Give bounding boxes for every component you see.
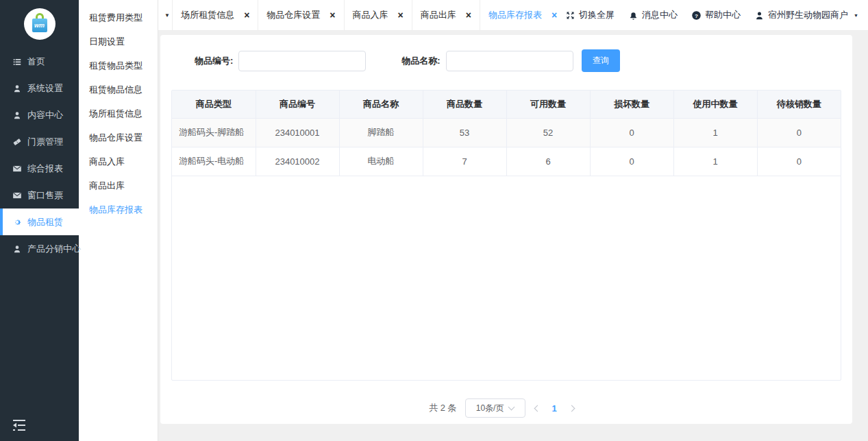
tab-inventory-report[interactable]: 物品库存报表 × xyxy=(480,0,565,31)
sidebar-item-reports[interactable]: 综合报表 xyxy=(0,155,79,182)
table-row[interactable]: 游船码头-脚踏船 234010001 脚踏船 53 52 0 1 0 xyxy=(172,118,841,147)
fullscreen-icon xyxy=(565,10,575,21)
sidebar-item-system-settings[interactable]: 系统设置 xyxy=(0,75,79,102)
page-number-1[interactable]: 1 xyxy=(549,403,560,414)
submenu-item-rental-item-info[interactable]: 租赁物品信息 xyxy=(79,78,158,102)
tab-venue-rental-info[interactable]: 场所租赁信息 × xyxy=(172,0,258,31)
sidebar-item-window-ticketing[interactable]: 窗口售票 xyxy=(0,182,79,208)
col-header-product-type: 商品类型 xyxy=(172,91,256,118)
tab-goods-outbound[interactable]: 商品出库 × xyxy=(412,0,480,31)
user-name-label: 宿州野生动物园商户 xyxy=(768,9,848,21)
submenu-item-goods-inbound[interactable]: 商品入库 xyxy=(79,150,158,174)
page-size-select[interactable]: 10条/页 xyxy=(465,398,525,418)
prev-page-button[interactable] xyxy=(532,406,543,411)
tab-goods-inbound[interactable]: 商品入库 × xyxy=(344,0,412,31)
tab-list-dropdown-button[interactable]: ▼ xyxy=(162,12,172,19)
help-center-button[interactable]: ? 帮助中心 xyxy=(691,9,741,21)
submenu-item-rental-item-type[interactable]: 租赁物品类型 xyxy=(79,53,158,78)
submenu-label: 物品库存报表 xyxy=(89,204,142,216)
cell-available-qty: 52 xyxy=(506,118,590,147)
submenu-item-inventory-report[interactable]: 物品库存报表 xyxy=(79,198,158,222)
cell-pending-writeoff-qty: 0 xyxy=(757,118,841,147)
page-size-value: 10条/页 xyxy=(476,403,504,414)
submenu-label: 商品出库 xyxy=(89,180,125,192)
sidebar-item-item-rental[interactable]: 物品租赁 xyxy=(0,208,79,235)
cell-available-qty: 6 xyxy=(506,147,590,176)
next-page-button[interactable] xyxy=(567,406,577,411)
submenu-label: 租赁物品类型 xyxy=(89,60,142,72)
close-icon[interactable]: × xyxy=(398,10,404,20)
submenu-label: 租赁费用类型 xyxy=(89,12,142,24)
sidebar-item-label: 内容中心 xyxy=(27,109,63,121)
tab-warehouse-settings[interactable]: 物品仓库设置 × xyxy=(258,0,343,31)
fullscreen-label: 切换全屏 xyxy=(579,9,615,21)
submenu-label: 商品入库 xyxy=(89,156,125,168)
close-icon[interactable]: × xyxy=(244,10,249,20)
cell-in-use-qty: 1 xyxy=(673,147,757,176)
sidebar-item-distribution-center[interactable]: 产品分销中心 xyxy=(0,235,79,262)
home-list-icon xyxy=(12,57,22,67)
item-name-input[interactable] xyxy=(446,51,573,71)
col-header-damaged-qty: 损坏数量 xyxy=(590,91,673,118)
message-center-button[interactable]: 消息中心 xyxy=(628,9,678,21)
cell-product-qty: 53 xyxy=(423,118,506,147)
tab-label: 物品仓库设置 xyxy=(266,9,320,21)
envelope-icon xyxy=(12,191,22,200)
submenu-item-date-settings[interactable]: 日期设置 xyxy=(79,29,158,53)
close-icon[interactable]: × xyxy=(551,10,557,20)
col-header-in-use-qty: 使用中数量 xyxy=(673,91,757,118)
submenu-item-goods-outbound[interactable]: 商品出库 xyxy=(79,174,158,198)
submenu-item-warehouse-settings[interactable]: 物品仓库设置 xyxy=(79,126,158,150)
col-header-product-qty: 商品数量 xyxy=(423,91,506,118)
sidebar-item-label: 系统设置 xyxy=(27,82,63,95)
table-header-row: 商品类型 商品编号 商品名称 商品数量 可用数量 损坏数量 使用中数量 待核销数… xyxy=(172,91,841,118)
help-center-label: 帮助中心 xyxy=(705,9,741,21)
collapse-sidebar-button[interactable] xyxy=(7,415,32,436)
collapse-menu-icon xyxy=(10,417,28,433)
submenu-item-rental-fee-type[interactable]: 租赁费用类型 xyxy=(79,5,158,29)
primary-sidebar: wm 首页 系统设置 内容中心 门票管理 综合报表 窗口售票 物品租赁 产品分销… xyxy=(0,0,79,441)
app-logo: wm xyxy=(0,0,79,48)
sidebar-item-home[interactable]: 首页 xyxy=(0,48,79,75)
query-button[interactable]: 查询 xyxy=(582,49,620,72)
tab-label: 场所租赁信息 xyxy=(181,9,234,21)
cell-product-name: 电动船 xyxy=(339,147,423,176)
cell-product-code: 234010002 xyxy=(256,147,339,176)
col-header-product-name: 商品名称 xyxy=(339,91,423,118)
secondary-sidebar: 租赁费用类型 日期设置 租赁物品类型 租赁物品信息 场所租赁信息 物品仓库设置 … xyxy=(79,0,158,441)
col-header-available-qty: 可用数量 xyxy=(506,91,590,118)
tab-bar: ▼ 场所租赁信息 × 物品仓库设置 × 商品入库 × 商品出库 × 物品库存报表… xyxy=(158,0,868,31)
cell-product-code: 234010001 xyxy=(256,118,339,147)
col-header-product-code: 商品编号 xyxy=(256,91,339,118)
sidebar-item-ticket-management[interactable]: 门票管理 xyxy=(0,128,79,155)
message-center-label: 消息中心 xyxy=(642,9,678,21)
user-icon xyxy=(754,10,765,21)
close-icon[interactable]: × xyxy=(466,10,471,20)
fullscreen-toggle[interactable]: 切换全屏 xyxy=(565,9,615,21)
tab-label: 商品入库 xyxy=(353,9,388,21)
item-code-input[interactable] xyxy=(238,51,366,71)
inventory-table: 商品类型 商品编号 商品名称 商品数量 可用数量 损坏数量 使用中数量 待核销数… xyxy=(171,90,841,381)
submenu-item-venue-rental-info[interactable]: 场所租赁信息 xyxy=(79,102,158,126)
close-icon[interactable]: × xyxy=(330,10,335,20)
user-menu[interactable]: 宿州野生动物园商户 ▼ xyxy=(754,9,858,21)
logo-circle-icon: wm xyxy=(24,8,55,40)
logo-brand-text: wm xyxy=(34,22,45,29)
ticket-icon xyxy=(12,137,22,147)
sidebar-item-label: 首页 xyxy=(27,56,45,68)
bell-icon xyxy=(628,10,638,21)
chevron-down-icon xyxy=(508,404,515,411)
user-icon xyxy=(12,244,22,254)
table-row[interactable]: 游船码头-电动船 234010002 电动船 7 6 0 1 0 xyxy=(172,147,841,176)
shopping-bag-icon: wm xyxy=(32,19,47,32)
col-header-pending-writeoff-qty: 待核销数量 xyxy=(757,91,841,118)
cell-product-type: 游船码头-脚踏船 xyxy=(172,118,256,147)
sidebar-item-content-center[interactable]: 内容中心 xyxy=(0,102,79,128)
chevron-right-icon xyxy=(568,405,575,412)
cell-product-name: 脚踏船 xyxy=(339,118,423,147)
tab-label: 商品出库 xyxy=(421,9,456,21)
cell-damaged-qty: 0 xyxy=(590,147,673,176)
sidebar-item-label: 窗口售票 xyxy=(27,189,63,202)
submenu-label: 租赁物品信息 xyxy=(89,84,142,96)
cell-damaged-qty: 0 xyxy=(590,118,673,147)
